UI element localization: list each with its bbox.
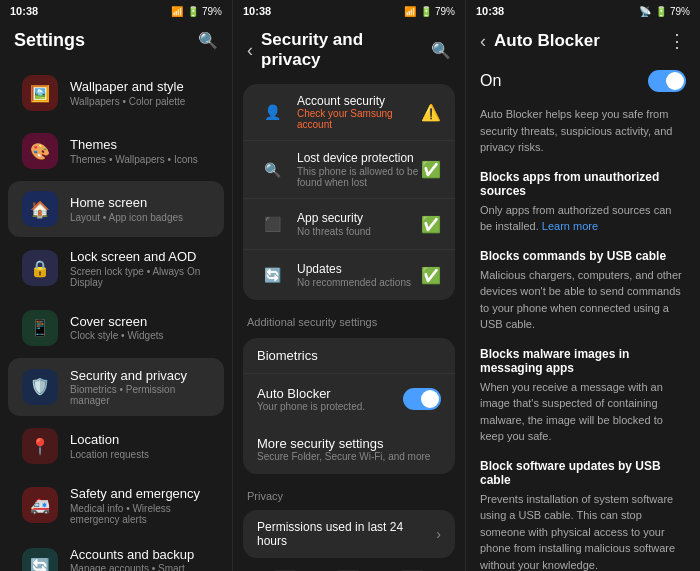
feature-desc-2: When you receive a message with an image… (480, 379, 686, 445)
feature-desc-1: Malicious chargers, computers, and other… (480, 267, 686, 333)
signal-icon: 📶 (171, 6, 183, 17)
learn-more-link[interactable]: Learn more (542, 220, 598, 232)
updates-title: Updates (297, 262, 421, 276)
cover-subtitle: Clock style • Widgets (70, 330, 210, 341)
back-button[interactable]: ‹ (247, 40, 253, 61)
privacy-label: Privacy (233, 480, 465, 506)
updates-subtitle: No recommended actions (297, 277, 421, 288)
right-header: ‹ Auto Blocker ⋮ (466, 22, 700, 60)
account-text: Account security Check your Samsung acco… (297, 94, 421, 130)
middle-header: ‹ Security and privacy 🔍 (233, 22, 465, 78)
location-icon: 📍 (22, 428, 58, 464)
biometrics-section: Biometrics Auto Blocker Your phone is pr… (243, 338, 455, 474)
accounts-icon: 🔄 (22, 548, 58, 571)
feature-desc-3: Prevents installation of system software… (480, 491, 686, 572)
themes-title: Themes (70, 137, 210, 153)
status-bar-middle: 10:38 📶 🔋 79% (233, 0, 465, 22)
status-bar-right: 10:38 📡 🔋 79% (466, 0, 700, 22)
settings-item-accounts[interactable]: 🔄 Accounts and backup Manage accounts • … (8, 537, 224, 571)
more-security-text: More security settings Secure Folder, Se… (257, 436, 441, 462)
feature-desc-0: Only apps from authorized sources can be… (480, 202, 686, 235)
account-security-item[interactable]: 👤 Account security Check your Samsung ac… (243, 84, 455, 141)
wallpaper-title: Wallpaper and style (70, 79, 210, 95)
feature-usb-commands: Blocks commands by USB cable Malicious c… (480, 249, 686, 333)
middle-title: Security and privacy (261, 30, 423, 70)
feature-title-1: Blocks commands by USB cable (480, 249, 686, 263)
location-title: Location (70, 432, 210, 448)
lock-title: Lock screen and AOD (70, 249, 210, 265)
feature-title-2: Blocks malware images in messaging apps (480, 347, 686, 375)
settings-item-location[interactable]: 📍 Location Location requests (8, 418, 224, 474)
header-icons: 🔍 (198, 31, 218, 50)
settings-item-security[interactable]: 🛡️ Security and privacy Biometrics • Per… (8, 358, 224, 417)
more-security-item[interactable]: More security settings Secure Folder, Se… (243, 424, 455, 474)
settings-item-home[interactable]: 🏠 Home screen Layout • App icon badges (8, 181, 224, 237)
permissions-text: Permissions used in last 24 hours (257, 520, 436, 548)
themes-text: Themes Themes • Wallpapers • Icons (70, 137, 210, 165)
themes-subtitle: Themes • Wallpapers • Icons (70, 154, 210, 165)
lock-subtitle: Screen lock type • Always On Display (70, 266, 210, 288)
back-button-right[interactable]: ‹ (480, 31, 486, 52)
safety-subtitle: Medical info • Wireless emergency alerts (70, 503, 210, 525)
settings-header: Settings 🔍 (0, 22, 232, 59)
safety-text: Safety and emergency Medical info • Wire… (70, 486, 210, 525)
right-content: Auto Blocker helps keep you safe from se… (466, 102, 700, 571)
auto-blocker-description: Auto Blocker helps keep you safe from se… (480, 106, 686, 156)
settings-item-safety[interactable]: 🚑 Safety and emergency Medical info • Wi… (8, 476, 224, 535)
settings-item-cover[interactable]: 📱 Cover screen Clock style • Widgets (8, 300, 224, 356)
app-sec-subtitle: No threats found (297, 226, 421, 237)
more-security-title: More security settings (257, 436, 441, 451)
lost-icon: 🔍 (257, 155, 287, 185)
security-subtitle: Biometrics • Permission manager (70, 384, 210, 406)
additional-label: Additional security settings (233, 306, 465, 332)
lost-title: Lost device protection (297, 151, 421, 165)
cover-text: Cover screen Clock style • Widgets (70, 314, 210, 342)
feature-title-3: Block software updates by USB cable (480, 459, 686, 487)
app-security-item[interactable]: ⬛ App security No threats found ✅ (243, 199, 455, 250)
wallpaper-text: Wallpaper and style Wallpapers • Color p… (70, 79, 210, 107)
settings-item-lock[interactable]: 🔒 Lock screen and AOD Screen lock type •… (8, 239, 224, 298)
battery-text-mid: 🔋 79% (420, 6, 455, 17)
battery-text-right: 🔋 79% (655, 6, 690, 17)
search-button-mid[interactable]: 🔍 (431, 41, 451, 60)
accounts-subtitle: Manage accounts • Smart Switch (70, 563, 210, 571)
lock-icon: 🔒 (22, 250, 58, 286)
app-sec-title: App security (297, 211, 421, 225)
status-icons-left: 📶 🔋 79% (171, 6, 222, 17)
security-privacy-panel: 10:38 📶 🔋 79% ‹ Security and privacy 🔍 👤… (233, 0, 466, 571)
settings-item-wallpaper[interactable]: 🖼️ Wallpaper and style Wallpapers • Colo… (8, 65, 224, 121)
updates-item[interactable]: 🔄 Updates No recommended actions ✅ (243, 250, 455, 300)
updates-status: ✅ (421, 266, 441, 285)
settings-panel: 10:38 📶 🔋 79% Settings 🔍 🖼️ Wallpaper an… (0, 0, 233, 571)
auto-blocker-text: Auto Blocker Your phone is protected. (257, 386, 403, 412)
security-text: Security and privacy Biometrics • Permis… (70, 368, 210, 407)
permissions-item[interactable]: Permissions used in last 24 hours › (243, 510, 455, 558)
settings-item-themes[interactable]: 🎨 Themes Themes • Wallpapers • Icons (8, 123, 224, 179)
on-row: On (466, 60, 700, 102)
on-toggle[interactable] (648, 70, 686, 92)
wallpaper-icon: 🖼️ (22, 75, 58, 111)
chevron-right-icon: › (436, 526, 441, 542)
updates-text: Updates No recommended actions (297, 262, 421, 288)
lost-device-item[interactable]: 🔍 Lost device protection This phone is a… (243, 141, 455, 199)
account-icon: 👤 (257, 97, 287, 127)
biometrics-text: Biometrics (257, 348, 441, 363)
signal-icon-right: 📡 (639, 6, 651, 17)
feature-title-0: Blocks apps from unauthorized sources (480, 170, 686, 198)
settings-list: 🖼️ Wallpaper and style Wallpapers • Colo… (0, 59, 232, 571)
wallpaper-subtitle: Wallpapers • Color palette (70, 96, 210, 107)
home-subtitle: Layout • App icon badges (70, 212, 210, 223)
feature-unauthorized-apps: Blocks apps from unauthorized sources On… (480, 170, 686, 235)
status-icons-right: 📡 🔋 79% (639, 6, 690, 17)
settings-title: Settings (14, 30, 85, 51)
battery-text: 🔋 79% (187, 6, 222, 17)
security-title: Security and privacy (70, 368, 210, 384)
auto-blocker-toggle[interactable] (403, 388, 441, 410)
feature-malware-images: Blocks malware images in messaging apps … (480, 347, 686, 445)
auto-blocker-item[interactable]: Auto Blocker Your phone is protected. (243, 374, 455, 424)
themes-icon: 🎨 (22, 133, 58, 169)
biometrics-item[interactable]: Biometrics (243, 338, 455, 374)
time-middle: 10:38 (243, 5, 271, 17)
search-icon[interactable]: 🔍 (198, 31, 218, 50)
more-options-button[interactable]: ⋮ (668, 30, 686, 52)
